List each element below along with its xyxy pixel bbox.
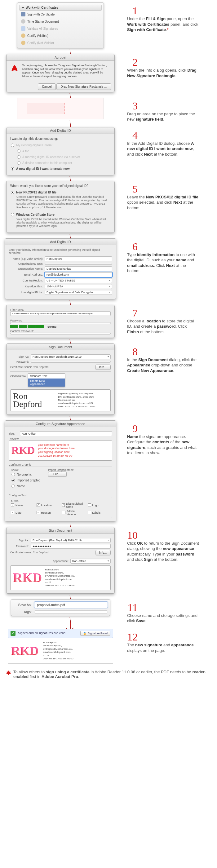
step-text: Choose name and storage settings and cli… (125, 613, 199, 624)
step-number: 8 (125, 347, 137, 357)
existing-id-radio: My existing digital ID from: (10, 142, 111, 148)
text-opt-checkbox[interactable]: Reason (37, 509, 59, 516)
create-new-appearance-option[interactable]: Create New Appearance… (28, 378, 65, 386)
ribbon-icon (21, 33, 25, 38)
configure-appearance-dialog: Configure Signature Appearance Title:Ron… (5, 421, 116, 521)
signature-panel-button[interactable]: 🏅 Signature Panel (80, 631, 111, 636)
validate-item: Validate All Signatures (19, 25, 102, 32)
ribbon-icon: 🏅 (83, 632, 87, 635)
vertical-divider (120, 0, 120, 660)
pkcs12-desc: Creates a new password protected digital… (10, 195, 111, 212)
password-field[interactable] (31, 361, 111, 363)
password-field[interactable] (10, 322, 111, 324)
certify-visible-item[interactable]: Certify (Visible) (19, 32, 102, 39)
step-number: 4 (125, 130, 137, 141)
dialog-title: Sign Document (6, 344, 114, 350)
step-text: Leave the New PKCS#12 digital ID file op… (125, 194, 199, 211)
step-text: Under the Fill & Sign pane, open the Wor… (125, 16, 199, 33)
name-graphic-radio[interactable]: Name (11, 483, 41, 489)
info-button[interactable]: Info… (95, 550, 111, 555)
info-dialog: Acrobat To begin signing, choose the 'Dr… (6, 54, 115, 92)
validate-icon (21, 26, 25, 31)
appearance-select[interactable]: Standard Text Create New Appearance… (28, 373, 65, 387)
step-text: Click OK to return to the Sign Document … (125, 540, 199, 562)
drag-rectangle-button[interactable]: Drag New Signature Rectangle … (56, 83, 111, 90)
pkcs12-radio[interactable]: New PKCS#12 digital ID file (10, 189, 111, 195)
name-field[interactable]: Ron Depford (44, 256, 112, 261)
saveas-field[interactable]: proposal-notes.pdf (34, 601, 108, 608)
certify-invisible-item: Certify (Not Visible) (19, 39, 102, 46)
dialog-lead: I want to sign this document using: (10, 137, 111, 141)
valid-check-icon: ✓ (10, 631, 16, 636)
step-number: 6 (125, 242, 137, 252)
sign-with-certificate-item[interactable]: Sign with Certificate (19, 10, 102, 18)
step-text: The new signature and appearance display… (125, 642, 199, 653)
text-opt-checkbox[interactable]: Name (11, 502, 33, 508)
acrobat-icon (10, 64, 19, 79)
footnote-star: * (167, 27, 168, 32)
timestamp-item[interactable]: Time Stamp Document (19, 18, 102, 25)
save-panel: Save As: proposal-notes.pdf Tags: (11, 599, 110, 616)
step-number: 3 (125, 101, 137, 111)
filename-field[interactable]: /Users/dbaker/Library/Application Suppor… (10, 311, 111, 316)
info-text: To begin signing, choose the 'Drag New S… (22, 64, 111, 79)
no-graphic-radio[interactable]: No graphic (11, 471, 41, 477)
ribbon-icon (21, 41, 25, 45)
file-radio: A file (10, 148, 111, 154)
pen-icon (21, 12, 25, 17)
signature-preview: RKD Ron Depford cn=Ron Depford, o=Depfor… (10, 565, 111, 590)
dialog-title: Configure Signature Appearance (5, 421, 116, 427)
tags-field[interactable] (34, 610, 108, 614)
email-field[interactable]: ron@depford.com (44, 272, 112, 277)
dialog-lead: Enter your identity information to be us… (9, 248, 112, 254)
title-field[interactable]: Ron–Office (20, 431, 112, 436)
confirm-password-field[interactable] (10, 333, 111, 335)
dialog-title: Add Digital ID (6, 127, 114, 134)
text-opt-checkbox[interactable]: Labels (88, 509, 111, 516)
step-text: Type identity information to use with th… (125, 252, 199, 274)
country-select[interactable]: US – UNITED STATES (44, 278, 112, 283)
text-opt-checkbox[interactable]: Logo (88, 502, 111, 508)
step-text: In the Add Digital ID dialog, choose A n… (125, 141, 199, 157)
step-number: 10 (125, 530, 137, 540)
work-with-certificates-panel: Work with Certificates Sign with Certifi… (17, 2, 104, 49)
password-field[interactable]: ●●●●●●●●●●● (31, 544, 111, 549)
winstore-desc: Your digital ID will be stored in the Wi… (10, 218, 111, 229)
password-dialog: File Name: /Users/dbaker/Library/Applica… (6, 305, 115, 338)
step-text: In the Sign Document dialog, click the A… (125, 357, 199, 374)
file-button[interactable]: File… (48, 471, 67, 477)
add-digital-id-dialog: Add Digital ID I want to sign this docum… (6, 127, 115, 175)
info-button[interactable]: Info… (95, 365, 111, 370)
cancel-button[interactable]: Cancel (38, 83, 56, 90)
sign-document-dialog: Sign Document Sign As:Ron Depford (Ron D… (6, 343, 115, 415)
signas-select[interactable]: Ron Depford (Ron Depford) 2019.02.19 (31, 538, 111, 543)
step-text: Name the signature appearance. Configure… (125, 434, 199, 456)
step-number: 5 (125, 184, 137, 194)
new-id-radio[interactable]: A new digital ID I want to create now (10, 166, 111, 172)
appearance-preview: RKD your common name here your distingui… (9, 440, 112, 461)
dialog-lead: Where would you like to store your self-… (10, 184, 111, 188)
text-opt-checkbox[interactable]: Distinguished name (62, 502, 85, 508)
org-field[interactable]: Depford Mechanical (44, 266, 112, 271)
winstore-radio[interactable]: Windows Certificate Store (10, 212, 111, 218)
clock-icon (21, 19, 25, 24)
use-select[interactable]: Digital Signatures and Data Encryption (44, 290, 112, 295)
imported-graphic-radio[interactable]: Imported graphic (11, 477, 41, 483)
signature-field-drag-area[interactable] (17, 98, 104, 119)
text-opt-checkbox[interactable]: Date (11, 509, 33, 516)
alg-select[interactable]: 1024-bit RSA (44, 284, 112, 289)
step-number: 9 (125, 424, 137, 434)
text-opt-checkbox[interactable]: Adobe Version (62, 509, 85, 516)
dialog-title: Add Digital ID (5, 239, 116, 245)
password-strength: Strong (10, 325, 111, 328)
device-radio: A device connected to this computer (10, 160, 111, 166)
orgunit-field[interactable] (44, 263, 112, 265)
footnote: ✱ To allow others to sign using a certif… (0, 665, 217, 683)
step-text: When the Info dialog opens, click Drag N… (125, 68, 199, 79)
appearance-select[interactable]: Ron–Office (70, 559, 111, 564)
signas-select[interactable]: Ron Depford (Ron Depford) 2019.02.19 (31, 354, 111, 359)
panel-header[interactable]: Work with Certificates (19, 5, 102, 10)
identity-dialog: Add Digital ID Enter your identity infor… (5, 238, 116, 299)
footnote-star-icon: ✱ (6, 670, 11, 679)
text-opt-checkbox[interactable]: Location (37, 502, 59, 508)
